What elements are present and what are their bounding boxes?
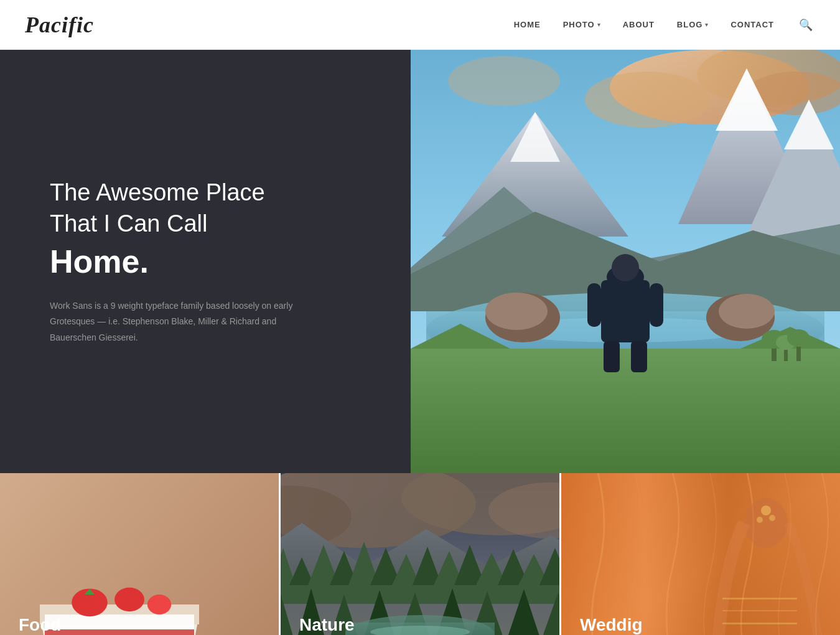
nav-item-blog[interactable]: BLOG ▾ [677,20,709,29]
logo[interactable]: Pacific [25,12,94,38]
svg-point-47 [147,595,171,614]
svg-point-90 [761,506,771,515]
header: Pacific HOME PHOTO ▾ ABOUT BLOG ▾ CONTAC… [0,0,840,50]
nav-item-about[interactable]: ABOUT [623,20,655,29]
svg-point-29 [787,329,810,347]
hero-section: The Awesome Place That I Can Call Home. … [0,50,840,473]
food-card-title: Food [19,616,94,635]
nature-image [281,473,559,635]
svg-point-91 [757,517,763,523]
wedding-card-label: Weddig 30 before and after event [580,616,677,635]
svg-rect-36 [631,341,647,372]
food-image [0,473,279,635]
svg-point-21 [719,294,775,329]
cards-section: Food 210 Delicious Taste [0,473,840,635]
nav-item-contact[interactable]: CONTACT [730,20,774,29]
search-icon: 🔍 [799,19,813,31]
svg-rect-93 [722,598,797,600]
nature-card-label: Nature 332 Wild Life Photography [299,616,401,635]
main-nav: HOME PHOTO ▾ ABOUT BLOG ▾ CONTACT 🔍 [514,16,815,34]
svg-rect-17 [411,349,840,473]
svg-rect-33 [587,283,601,327]
svg-rect-94 [722,610,797,611]
nature-visual [281,473,559,635]
hero-tagline: The Awesome Place That I Can Call [50,177,361,239]
svg-rect-95 [722,623,797,624]
hero-image [411,50,840,473]
search-button[interactable]: 🔍 [796,16,815,34]
svg-rect-35 [604,341,620,372]
nature-card[interactable]: Nature 332 Wild Life Photography [281,473,561,635]
nav-photo-link[interactable]: PHOTO [563,20,595,29]
wedding-card-title: Weddig [580,616,677,635]
nav-item-photo[interactable]: PHOTO ▾ [563,20,600,29]
hero-text-panel: The Awesome Place That I Can Call Home. … [0,50,411,473]
svg-point-46 [114,588,144,611]
nav-blog-link[interactable]: BLOG [677,20,703,29]
svg-rect-34 [650,283,663,327]
wedding-visual [561,473,840,635]
hero-description: Work Sans is a 9 weight typeface family … [50,298,311,346]
svg-point-19 [485,293,548,330]
nature-card-title: Nature [299,616,401,635]
svg-rect-54 [281,585,559,604]
photo-chevron-icon: ▾ [597,21,600,28]
blog-chevron-icon: ▾ [705,21,708,28]
food-card-label: Food 210 Delicious Taste [19,616,94,635]
food-visual [0,473,279,635]
hero-image-panel [411,50,840,473]
svg-point-3 [585,72,709,128]
nav-item-home[interactable]: HOME [514,20,541,29]
food-card[interactable]: Food 210 Delicious Taste [0,473,281,635]
svg-point-32 [612,254,639,281]
svg-point-5 [448,56,560,106]
svg-point-92 [769,515,775,521]
wedding-card[interactable]: Weddig 30 before and after event [561,473,840,635]
wedding-image [561,473,840,635]
hero-title: Home. [50,244,361,280]
